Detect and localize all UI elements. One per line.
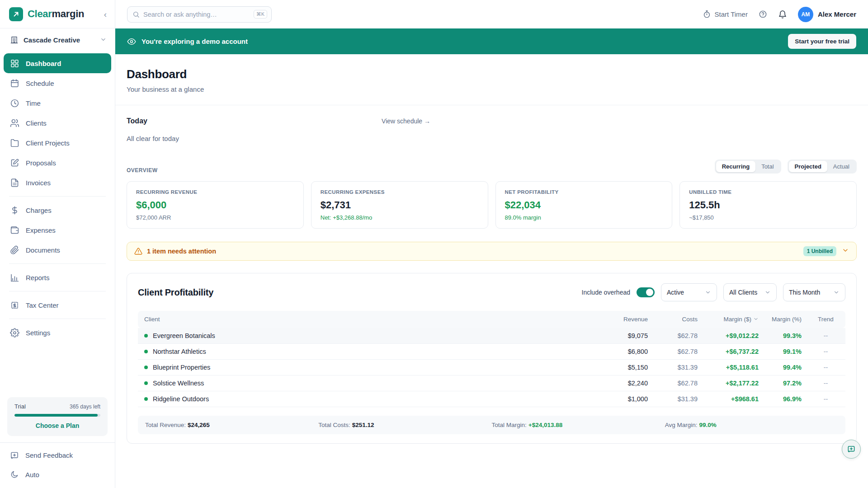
search-icon: [132, 11, 140, 18]
column-trend[interactable]: Trend: [807, 311, 845, 328]
message-plus-icon: [10, 451, 19, 460]
building-icon: [10, 36, 19, 44]
sidebar-item-tax-center[interactable]: Tax Center: [4, 295, 111, 315]
send-feedback-button[interactable]: Send Feedback: [0, 446, 115, 465]
trial-progress-bar: [14, 414, 100, 417]
choose-plan-link[interactable]: Choose a Plan: [14, 422, 100, 429]
card-recurring-revenue: RECURRING REVENUE $6,000 $72,000 ARR: [127, 181, 304, 229]
include-overhead-toggle[interactable]: [637, 287, 655, 297]
folder-icon: [10, 138, 19, 148]
brand-wordmark: Clearmargin: [28, 8, 84, 20]
sidebar-item-reports[interactable]: Reports: [4, 267, 111, 287]
total-costs: Total Costs:$251.12: [318, 422, 491, 428]
start-timer-button[interactable]: Start Timer: [703, 10, 748, 19]
table-row[interactable]: Blueprint Properties $5,150 $31.39 +$5,1…: [138, 359, 845, 375]
column-margin-dollars[interactable]: Margin ($): [703, 311, 764, 328]
trial-progress-fill: [14, 414, 98, 417]
app-root: Clearmargin ‹ Cascade Creative Dashboard…: [0, 0, 868, 488]
card-subtext: ~$17,850: [689, 214, 847, 221]
status-filter-select[interactable]: Active: [661, 283, 717, 301]
clients-filter-select[interactable]: All Clients: [723, 283, 777, 301]
gear-icon: [10, 328, 19, 338]
column-costs[interactable]: Costs: [653, 311, 703, 328]
toggle-recurring[interactable]: Recurring: [716, 161, 755, 172]
sidebar-item-settings[interactable]: Settings: [4, 323, 111, 343]
sidebar-item-documents[interactable]: Documents: [4, 240, 111, 260]
sidebar-item-clients[interactable]: Clients: [4, 113, 111, 133]
eye-icon: [127, 37, 136, 46]
sidebar-item-dashboard[interactable]: Dashboard: [4, 53, 111, 73]
sidebar-item-expenses[interactable]: Expenses: [4, 220, 111, 240]
feedback-fab-button[interactable]: [842, 440, 861, 459]
nav-divider: [9, 319, 106, 319]
table-row[interactable]: Northstar Athletics $6,800 $62.78 +$6,73…: [138, 343, 845, 359]
overview-toggles: Recurring Total Projected Actual: [715, 160, 857, 174]
moon-icon: [10, 470, 19, 479]
grid-icon: [10, 59, 19, 68]
theme-toggle-auto[interactable]: Auto: [0, 465, 115, 484]
start-free-trial-button[interactable]: Start your free trial: [788, 34, 856, 49]
help-button[interactable]: [759, 10, 767, 19]
receipt-icon: [10, 300, 19, 310]
sidebar-collapse-icon[interactable]: ‹: [104, 10, 107, 19]
global-search[interactable]: ⌘K: [127, 6, 272, 23]
message-plus-icon: [847, 445, 856, 454]
toggle-total[interactable]: Total: [755, 161, 779, 172]
divider: [115, 105, 868, 105]
chevron-down-icon: [100, 36, 107, 44]
card-subtext: Net: +$3,268.88/mo: [321, 214, 479, 221]
stopwatch-icon: [703, 10, 711, 19]
workspace-selector[interactable]: Cascade Creative: [0, 28, 115, 51]
nav-divider: [9, 291, 106, 291]
wallet-icon: [10, 225, 19, 235]
chevron-down-icon[interactable]: [842, 247, 849, 256]
sidebar-item-proposals[interactable]: Proposals: [4, 153, 111, 173]
toggle-projected[interactable]: Projected: [789, 161, 827, 172]
user-menu[interactable]: AM Alex Mercer: [798, 7, 856, 22]
file-text-icon: [10, 178, 19, 188]
column-revenue[interactable]: Revenue: [604, 311, 653, 328]
sidebar-item-time[interactable]: Time: [4, 93, 111, 113]
card-value: 125.5h: [689, 199, 847, 211]
overview-label: OVERVIEW: [127, 167, 157, 174]
attention-message: 1 item needs attention: [147, 248, 216, 255]
sidebar-item-charges[interactable]: Charges: [4, 200, 111, 220]
table-row[interactable]: Evergreen Botanicals $9,075 $62.78 +$9,0…: [138, 328, 845, 344]
toggle-actual[interactable]: Actual: [827, 161, 855, 172]
logo-row: Clearmargin ‹: [0, 0, 115, 28]
sidebar-item-schedule[interactable]: Schedule: [4, 73, 111, 93]
trial-label: Trial: [14, 403, 26, 410]
card-label: UNBILLED TIME: [689, 189, 847, 195]
brand-logo-icon: [9, 7, 23, 21]
page-subtitle: Your business at a glance: [127, 85, 857, 93]
card-value: $2,731: [321, 199, 479, 211]
search-input[interactable]: [143, 11, 254, 18]
table-row[interactable]: Solstice Wellness $2,240 $62.78 +$2,177.…: [138, 375, 845, 391]
view-schedule-link[interactable]: View schedule →: [382, 117, 430, 125]
sidebar-divider: [0, 442, 115, 443]
attention-banner[interactable]: 1 item needs attention 1 Unbilled: [127, 242, 857, 261]
client-status-dot: [144, 334, 148, 338]
column-margin-percent[interactable]: Margin (%): [764, 311, 807, 328]
totals-bar: Total Revenue:$24,265 Total Costs:$251.1…: [138, 416, 845, 434]
sidebar-item-invoices[interactable]: Invoices: [4, 173, 111, 192]
card-label: RECURRING EXPENSES: [321, 189, 479, 195]
table-row[interactable]: Ridgeline Outdoors $1,000 $31.39 +$968.6…: [138, 391, 845, 407]
card-value: $6,000: [136, 199, 294, 211]
overview-cards: RECURRING REVENUE $6,000 $72,000 ARR REC…: [127, 181, 857, 229]
card-net-profitability: NET PROFITABILITY $22,034 89.0% margin: [495, 181, 673, 229]
dollar-icon: [10, 206, 19, 215]
profitability-controls: Include overhead Active All Clients This…: [582, 283, 845, 301]
card-label: NET PROFITABILITY: [505, 189, 663, 195]
section-title: Client Profitability: [138, 287, 213, 298]
notifications-button[interactable]: [778, 10, 787, 19]
projected-actual-toggle: Projected Actual: [788, 160, 857, 174]
client-status-dot: [144, 381, 148, 385]
column-client[interactable]: Client: [138, 311, 604, 328]
workspace-name: Cascade Creative: [24, 36, 80, 44]
sidebar-item-client-projects[interactable]: Client Projects: [4, 133, 111, 153]
clock-icon: [10, 99, 19, 108]
recurring-total-toggle: Recurring Total: [715, 160, 781, 174]
include-overhead-label: Include overhead: [582, 289, 630, 296]
period-filter-select[interactable]: This Month: [783, 283, 845, 301]
